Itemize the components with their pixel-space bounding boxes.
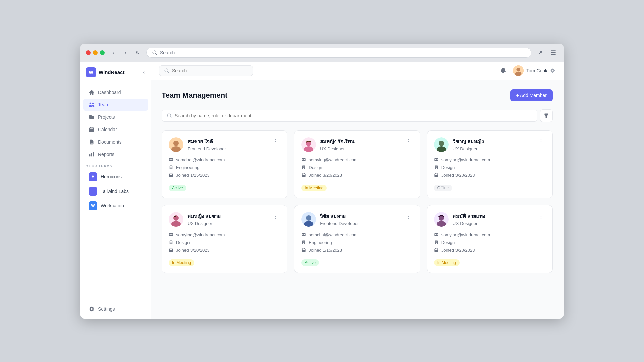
team-card: สมบัติ ลายแทง UX Designer ⋮ somying@wind…	[427, 205, 553, 273]
maximize-button[interactable]	[100, 50, 105, 55]
card-department: Engineering	[301, 240, 413, 245]
url-text: Search	[160, 50, 175, 55]
filter-search-box[interactable]	[162, 110, 537, 122]
sidebar-item-calendar[interactable]: Calendar	[83, 123, 148, 136]
user-name: Tom Cook	[526, 68, 547, 73]
back-button[interactable]: ‹	[109, 48, 118, 57]
menu-button[interactable]: ☰	[549, 48, 558, 57]
person-role: UX Designer	[320, 146, 354, 151]
sidebar-footer: Settings	[80, 299, 151, 319]
joined-text: Joined 1/15/2023	[176, 173, 210, 178]
more-options-button[interactable]: ⋮	[271, 137, 280, 145]
notification-button[interactable]	[498, 65, 509, 76]
email-icon	[301, 232, 306, 237]
person-avatar	[434, 212, 449, 227]
calendar-icon	[89, 126, 95, 133]
department-text: Design	[441, 165, 455, 170]
status-badge: Active	[301, 259, 319, 266]
status-badge: In Meeting	[169, 259, 194, 266]
email-icon	[301, 157, 306, 162]
team-card: สมหญิง รักเรียน UX Designer ⋮ somying@wi…	[294, 130, 420, 198]
department-text: Design	[441, 240, 455, 245]
joined-text: Joined 1/15/2023	[309, 248, 342, 253]
filter-input[interactable]	[175, 113, 532, 118]
status-badge: In Meeting	[434, 259, 460, 266]
joined-text: Joined 3/20/2023	[309, 173, 342, 178]
calendar-icon	[301, 248, 306, 252]
logo-icon: W	[86, 67, 96, 77]
sidebar-item-dashboard[interactable]: Dashboard	[83, 86, 148, 98]
team-badge-workcation: W	[89, 201, 97, 210]
expand-button[interactable]: ↗	[535, 48, 545, 57]
user-settings-icon	[550, 68, 555, 73]
person-name: สมชาย ใจดี	[187, 138, 226, 146]
card-joined: Joined 1/15/2023	[169, 173, 280, 178]
search-icon	[164, 68, 169, 73]
department-icon	[169, 165, 173, 170]
url-bar[interactable]: Search	[146, 48, 531, 58]
card-joined: Joined 1/15/2023	[301, 248, 413, 253]
sidebar-item-projects[interactable]: Projects	[83, 111, 148, 123]
person-avatar	[301, 137, 316, 152]
refresh-button[interactable]: ↻	[133, 48, 142, 57]
department-icon	[301, 165, 306, 170]
department-icon	[301, 240, 306, 245]
sidebar-item-reports[interactable]: Reports	[83, 148, 148, 160]
calendar-icon	[301, 173, 306, 177]
logo-area: W WindReact	[86, 67, 124, 77]
calendar-icon	[434, 248, 439, 252]
person-avatar	[301, 212, 316, 227]
sidebar-item-heroicons[interactable]: H Heroicons	[83, 170, 148, 184]
user-area[interactable]: Tom Cook	[513, 65, 555, 76]
search-icon	[152, 50, 157, 55]
team-card: สมชาย ใจดี Frontend Developer ⋮ somchai@…	[162, 130, 287, 198]
filter-icon	[544, 113, 549, 118]
card-joined: Joined 3/20/2023	[169, 248, 280, 253]
sidebar-item-tailwind[interactable]: T Tailwind Labs	[83, 184, 148, 198]
team-card: สมหญิง สมชาย UX Designer ⋮ somying@windr…	[162, 205, 287, 273]
more-options-button[interactable]: ⋮	[404, 212, 413, 220]
more-options-button[interactable]: ⋮	[536, 212, 546, 220]
sidebar-item-label: Team	[98, 102, 109, 107]
minimize-button[interactable]	[93, 50, 98, 55]
person-avatar	[169, 137, 183, 152]
forward-button[interactable]: ›	[121, 48, 130, 57]
person-role: Frontend Developer	[320, 221, 359, 226]
email-icon	[434, 232, 439, 237]
page-title: Team Management	[162, 91, 227, 100]
card-person: วิชาญ สมหญิง UX Designer	[434, 137, 484, 152]
sidebar-item-workcation[interactable]: W Workcation	[83, 199, 148, 213]
document-icon	[89, 139, 95, 145]
filter-button[interactable]	[540, 109, 553, 122]
card-email: somchai@windreact.com	[301, 232, 413, 237]
sidebar-item-documents[interactable]: Documents	[83, 136, 148, 148]
more-options-button[interactable]: ⋮	[536, 137, 546, 145]
app-name: WindReact	[99, 69, 124, 75]
search-box[interactable]	[159, 65, 253, 76]
person-info: วิชัย สมหาย Frontend Developer	[320, 212, 359, 226]
card-header: สมชาย ใจดี Frontend Developer ⋮	[169, 137, 280, 152]
person-info: สมหญิง รักเรียน UX Designer	[320, 138, 354, 151]
add-member-button[interactable]: + Add Member	[510, 89, 553, 101]
person-info: สมหญิง สมชาย UX Designer	[187, 212, 221, 226]
close-button[interactable]	[86, 50, 91, 55]
collapse-sidebar-button[interactable]: ‹	[142, 69, 145, 76]
sidebar-item-settings[interactable]: Settings	[86, 303, 145, 315]
sidebar-item-label: Calendar	[98, 127, 117, 132]
team-badge-tailwind: T	[89, 187, 97, 196]
card-header: วิชาญ สมหญิง UX Designer ⋮	[434, 137, 546, 152]
email-text: somying@windreact.com	[176, 232, 225, 237]
email-text: somying@windreact.com	[441, 232, 490, 237]
svg-point-2	[515, 72, 521, 76]
sidebar-item-team[interactable]: Team	[83, 99, 148, 111]
search-input[interactable]	[172, 68, 248, 73]
card-joined: Joined 3/20/2023	[301, 173, 413, 178]
calendar-icon	[434, 173, 439, 177]
more-options-button[interactable]: ⋮	[271, 212, 280, 220]
status-badge: Active	[169, 185, 186, 191]
more-options-button[interactable]: ⋮	[404, 137, 413, 145]
person-name: วิชาญ สมหญิง	[453, 138, 484, 146]
sidebar-item-label: Dashboard	[98, 90, 121, 95]
card-header: สมหญิง รักเรียน UX Designer ⋮	[301, 137, 413, 152]
person-role: Frontend Developer	[187, 146, 226, 151]
